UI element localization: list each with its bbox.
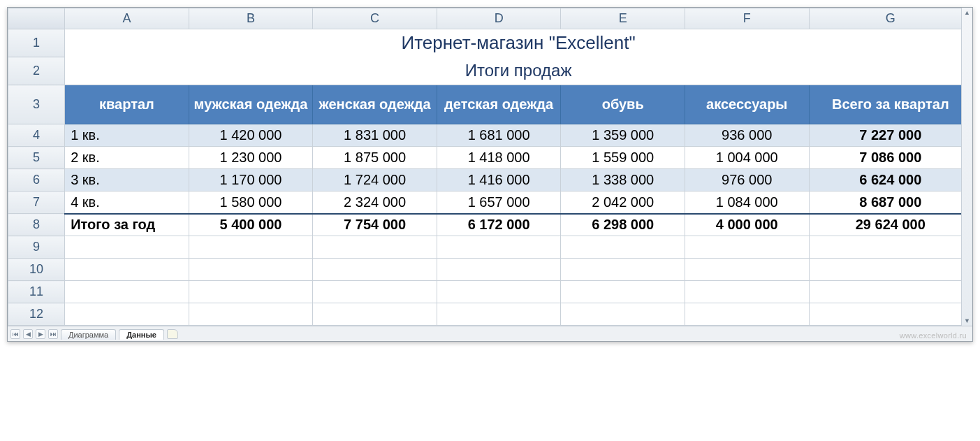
cell-row-total[interactable]: 6 624 000 xyxy=(809,169,972,191)
cell[interactable]: 1 кв. xyxy=(65,124,189,147)
row-header[interactable]: 12 xyxy=(8,303,65,326)
cell[interactable] xyxy=(313,303,437,326)
scroll-up-icon[interactable]: ▲ xyxy=(964,8,970,17)
cell[interactable]: 2 042 000 xyxy=(561,191,685,214)
cell-year-total[interactable]: 6 298 000 xyxy=(561,214,685,236)
page-subtitle[interactable]: Итоги продаж xyxy=(65,57,972,85)
cell[interactable]: 2 324 000 xyxy=(313,191,437,214)
cell[interactable] xyxy=(189,236,313,259)
vertical-scrollbar[interactable]: ▲ ▼ xyxy=(961,8,972,326)
sheet-tab-data[interactable]: Данные xyxy=(119,329,164,340)
cell[interactable] xyxy=(189,303,313,326)
cell[interactable] xyxy=(685,281,809,303)
cell[interactable] xyxy=(685,236,809,259)
cell[interactable] xyxy=(809,259,972,281)
cell[interactable]: 1 084 000 xyxy=(685,191,809,214)
scroll-down-icon[interactable]: ▼ xyxy=(964,316,970,326)
cell[interactable]: 1 418 000 xyxy=(437,147,561,169)
col-header-A[interactable]: A xyxy=(65,8,189,29)
cell-row-total[interactable]: 7 086 000 xyxy=(809,147,972,169)
cell[interactable]: 1 170 000 xyxy=(189,169,313,191)
header-kids[interactable]: детская одежда xyxy=(437,85,561,124)
cell[interactable] xyxy=(809,236,972,259)
cell[interactable] xyxy=(313,259,437,281)
row-header[interactable]: 2 xyxy=(8,57,65,85)
cell[interactable] xyxy=(65,259,189,281)
cell[interactable] xyxy=(437,303,561,326)
sheet-tab-diagram[interactable]: Диаграмма xyxy=(61,329,116,340)
col-header-G[interactable]: G xyxy=(809,8,972,29)
cell[interactable]: 1 359 000 xyxy=(561,124,685,147)
cell[interactable] xyxy=(437,259,561,281)
cell[interactable]: 2 кв. xyxy=(65,147,189,169)
row-header[interactable]: 7 xyxy=(8,191,65,214)
cell-year-total[interactable]: 5 400 000 xyxy=(189,214,313,236)
cell[interactable] xyxy=(437,281,561,303)
tab-nav-last-icon[interactable]: ⏭ xyxy=(48,329,58,339)
cell[interactable] xyxy=(561,281,685,303)
tab-nav-first-icon[interactable]: ⏮ xyxy=(10,329,20,339)
row-header[interactable]: 11 xyxy=(8,281,65,303)
header-accessories[interactable]: аксессуары xyxy=(685,85,809,124)
select-all-corner[interactable] xyxy=(8,8,65,29)
cell[interactable] xyxy=(561,303,685,326)
cell[interactable] xyxy=(65,281,189,303)
cell[interactable]: 3 кв. xyxy=(65,169,189,191)
cell[interactable] xyxy=(189,281,313,303)
cell[interactable]: 936 000 xyxy=(685,124,809,147)
row-header[interactable]: 1 xyxy=(8,29,65,57)
page-title[interactable]: Итернет-магазин "Excellent" xyxy=(65,29,972,57)
cell[interactable]: 1 416 000 xyxy=(437,169,561,191)
cell[interactable] xyxy=(685,259,809,281)
cell[interactable]: 1 230 000 xyxy=(189,147,313,169)
row-header[interactable]: 9 xyxy=(8,236,65,259)
header-mens[interactable]: мужская одежда xyxy=(189,85,313,124)
cell[interactable]: 1 657 000 xyxy=(437,191,561,214)
col-header-E[interactable]: E xyxy=(561,8,685,29)
col-header-C[interactable]: C xyxy=(313,8,437,29)
header-total[interactable]: Всего за квартал xyxy=(809,85,972,124)
cell[interactable] xyxy=(809,281,972,303)
cell[interactable]: 1 681 000 xyxy=(437,124,561,147)
row-header[interactable]: 4 xyxy=(8,124,65,147)
tab-nav-next-icon[interactable]: ▶ xyxy=(36,329,45,339)
cell-grand-total[interactable]: 29 624 000 xyxy=(809,214,972,236)
row-header[interactable]: 8 xyxy=(8,214,65,236)
header-quarter[interactable]: квартал xyxy=(65,85,189,124)
cell-row-total[interactable]: 7 227 000 xyxy=(809,124,972,147)
cell[interactable] xyxy=(189,259,313,281)
cell[interactable]: 1 580 000 xyxy=(189,191,313,214)
cell[interactable] xyxy=(313,281,437,303)
header-womens[interactable]: женская одежда xyxy=(313,85,437,124)
cell[interactable]: 1 338 000 xyxy=(561,169,685,191)
cell[interactable] xyxy=(65,236,189,259)
cell-row-total[interactable]: 8 687 000 xyxy=(809,191,972,214)
cell[interactable] xyxy=(65,303,189,326)
cell[interactable] xyxy=(561,259,685,281)
cell[interactable] xyxy=(685,303,809,326)
cell[interactable] xyxy=(561,236,685,259)
tab-nav-prev-icon[interactable]: ◀ xyxy=(23,329,33,339)
row-header[interactable]: 6 xyxy=(8,169,65,191)
cell[interactable] xyxy=(437,236,561,259)
cell[interactable]: 976 000 xyxy=(685,169,809,191)
cell[interactable]: 1 875 000 xyxy=(313,147,437,169)
cell[interactable]: 1 004 000 xyxy=(685,147,809,169)
new-sheet-button[interactable] xyxy=(167,329,178,339)
col-header-D[interactable]: D xyxy=(437,8,561,29)
header-shoes[interactable]: обувь xyxy=(561,85,685,124)
cell-year-total[interactable]: 6 172 000 xyxy=(437,214,561,236)
cell[interactable] xyxy=(313,236,437,259)
cell-year-total[interactable]: 4 000 000 xyxy=(685,214,809,236)
cell[interactable] xyxy=(809,303,972,326)
cell[interactable]: 1 724 000 xyxy=(313,169,437,191)
cell-year-total[interactable]: 7 754 000 xyxy=(313,214,437,236)
row-header[interactable]: 5 xyxy=(8,147,65,169)
cell-year-label[interactable]: Итого за год xyxy=(65,214,189,236)
cell[interactable]: 1 831 000 xyxy=(313,124,437,147)
col-header-F[interactable]: F xyxy=(685,8,809,29)
cell[interactable]: 1 559 000 xyxy=(561,147,685,169)
cell[interactable]: 1 420 000 xyxy=(189,124,313,147)
row-header[interactable]: 10 xyxy=(8,259,65,281)
cell[interactable]: 4 кв. xyxy=(65,191,189,214)
